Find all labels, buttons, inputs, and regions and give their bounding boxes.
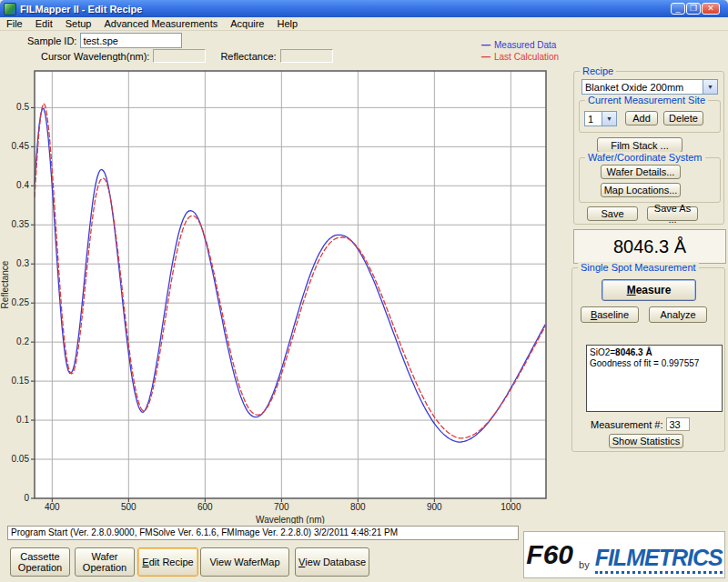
logo-model-text: F60 <box>526 539 573 570</box>
recipe-group-label: Recipe <box>580 65 616 76</box>
cursor-wavelength-value <box>153 49 206 63</box>
fit-result-line2: Goodness of fit = 0.997557 <box>590 358 719 369</box>
minimize-button[interactable]: _ <box>671 3 685 15</box>
svg-text:900: 900 <box>427 502 442 512</box>
svg-text:Reflectance: Reflectance <box>0 260 10 308</box>
svg-text:0.2: 0.2 <box>16 336 29 346</box>
cursor-reflectance-value <box>280 49 333 63</box>
save-button[interactable]: Save <box>587 206 638 221</box>
single-spot-group: Single Spot Measurement Measure Baseline… <box>571 267 725 452</box>
chart-legend: — Measured Data — Last Calculation <box>481 39 559 63</box>
menu-file[interactable]: File <box>0 18 29 29</box>
save-as-button[interactable]: Save As ... <box>647 206 698 221</box>
svg-text:Wavelength (nm): Wavelength (nm) <box>256 515 325 524</box>
legend-measured-label: Measured Data <box>494 39 556 51</box>
svg-text:0.25: 0.25 <box>12 297 30 307</box>
cassette-operation-button[interactable]: Cassette Operation <box>10 547 70 577</box>
menu-edit[interactable]: Edit <box>29 18 59 29</box>
window-title: FILMapper II - Edit Recipe <box>20 4 142 15</box>
wafer-coordinate-group: Wafer/Coordinate System Wafer Details...… <box>579 157 721 203</box>
svg-text:0: 0 <box>24 493 29 503</box>
menu-advanced-measurements[interactable]: Advanced Measurements <box>97 18 224 29</box>
svg-text:1000: 1000 <box>500 502 521 512</box>
calculation-line-swatch: — <box>481 51 494 63</box>
measure-button[interactable]: Measure <box>602 279 696 301</box>
measured-line-swatch: — <box>481 39 494 51</box>
recipe-selected-value: Blanket Oxide 200mm <box>582 82 683 93</box>
map-locations-button[interactable]: Map Locations... <box>601 183 681 197</box>
svg-text:0.4: 0.4 <box>16 180 29 190</box>
svg-text:0.15: 0.15 <box>12 376 30 386</box>
show-statistics-button[interactable]: Show Statistics <box>609 434 683 448</box>
add-site-button[interactable]: Add <box>625 111 658 125</box>
view-database-button[interactable]: View Database <box>295 547 369 577</box>
delete-site-button[interactable]: Delete <box>663 111 703 125</box>
analyze-button[interactable]: Analyze <box>649 306 707 323</box>
view-wafermap-button[interactable]: View WaferMap <box>200 547 289 577</box>
recipe-group: Recipe Blanket Oxide 200mm ▼ Current Mea… <box>573 71 724 225</box>
cursor-wavelength-label: Cursor Wavelength(nm): <box>41 51 149 62</box>
fit-result-box: SiO2=8046.3 Å Goodness of fit = 0.997557 <box>586 345 723 412</box>
chevron-down-icon[interactable]: ▼ <box>703 80 717 94</box>
sample-id-input[interactable] <box>80 33 182 48</box>
svg-text:500: 500 <box>121 502 136 512</box>
app-icon <box>4 3 16 15</box>
sample-id-label: Sample ID: <box>27 35 76 46</box>
measurement-site-group: Current Measurement Site 1 ▼ Add Delete <box>579 100 721 133</box>
spectrum-chart[interactable]: 400500600700800900100000.050.10.150.20.2… <box>0 33 564 524</box>
measurement-number-input[interactable] <box>666 417 690 431</box>
film-stack-button[interactable]: Film Stack ... <box>597 137 682 153</box>
svg-text:700: 700 <box>274 502 289 512</box>
logo-by-text: by <box>579 559 590 570</box>
menu-acquire[interactable]: Acquire <box>224 18 270 29</box>
chevron-down-icon[interactable]: ▼ <box>602 112 616 125</box>
baseline-button[interactable]: Baseline <box>581 306 639 323</box>
svg-text:0.05: 0.05 <box>12 454 30 464</box>
thickness-readout: 8046.3 Å <box>573 229 726 264</box>
measurement-site-group-label: Current Measurement Site <box>585 95 708 105</box>
wafer-coordinate-group-label: Wafer/Coordinate System <box>585 152 705 163</box>
svg-text:0.3: 0.3 <box>16 258 29 268</box>
logo-brand-text: FILMETRICS <box>595 545 723 574</box>
edit-recipe-button[interactable]: Edit Recipe <box>137 547 198 577</box>
measurement-number-label: Measurement #: <box>591 419 662 430</box>
svg-text:0.1: 0.1 <box>16 415 29 425</box>
svg-text:0.45: 0.45 <box>12 141 30 151</box>
legend-calculation-label: Last Calculation <box>494 51 559 63</box>
menu-setup[interactable]: Setup <box>59 18 98 29</box>
site-selected-value: 1 <box>585 114 593 125</box>
close-button[interactable]: ✕ <box>702 3 720 15</box>
brand-logo: F60 by FILMETRICS <box>523 531 725 578</box>
cursor-reflectance-label: Reflectance: <box>220 51 276 62</box>
menu-help[interactable]: Help <box>270 18 304 29</box>
svg-text:400: 400 <box>45 502 60 512</box>
title-bar: FILMapper II - Edit Recipe <box>0 0 728 17</box>
restore-button[interactable]: ❐ <box>686 3 701 15</box>
svg-text:0.5: 0.5 <box>16 102 29 112</box>
menu-bar: File Edit Setup Advanced Measurements Ac… <box>0 17 728 31</box>
svg-text:800: 800 <box>350 502 366 512</box>
svg-text:600: 600 <box>197 502 213 512</box>
svg-text:0.35: 0.35 <box>12 219 30 229</box>
wafer-details-button[interactable]: Wafer Details... <box>601 165 681 179</box>
site-select[interactable]: 1 ▼ <box>584 111 617 126</box>
single-spot-group-label: Single Spot Measurement <box>578 262 699 273</box>
status-bar: Program Start (Ver. 2.8.0.9000, FMSolve … <box>7 526 519 540</box>
fit-result-line1: SiO2=8046.3 Å <box>590 347 719 358</box>
wafer-operation-button[interactable]: Wafer Operation <box>75 547 135 577</box>
recipe-select[interactable]: Blanket Oxide 200mm ▼ <box>581 79 718 95</box>
